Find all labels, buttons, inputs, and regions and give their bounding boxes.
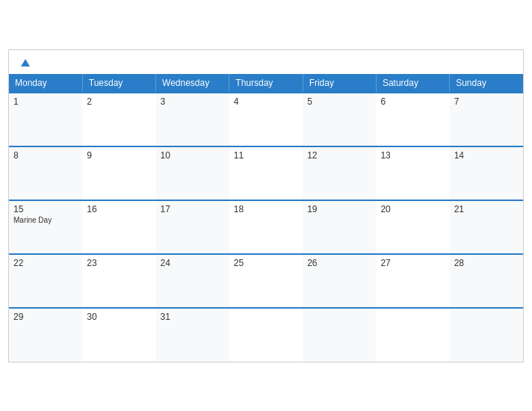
calendar-cell: 10	[156, 146, 229, 200]
day-number: 21	[454, 204, 519, 214]
calendar-cell: 9	[82, 146, 155, 200]
week-row-3: 15Marine Day161718192021	[9, 200, 523, 254]
day-number: 17	[161, 204, 225, 214]
calendar-cell: 7	[450, 93, 523, 146]
day-number: 19	[307, 204, 371, 214]
calendar-cell: 3	[156, 93, 229, 146]
calendar-cell	[376, 308, 449, 362]
calendar-cell: 17	[156, 200, 229, 254]
calendar-cell	[229, 308, 303, 362]
week-row-4: 22232425262728	[9, 254, 523, 308]
day-number: 4	[234, 96, 298, 107]
calendar-cell: 16	[82, 200, 155, 254]
day-number: 24	[161, 258, 225, 268]
day-number: 2	[87, 96, 151, 107]
week-row-1: 1234567	[9, 93, 523, 146]
day-number: 15	[13, 204, 78, 214]
calendar-cell: 2	[82, 93, 155, 146]
day-number: 8	[13, 150, 78, 161]
calendar-cell: 5	[303, 93, 376, 146]
day-number: 10	[161, 150, 225, 161]
week-row-5: 293031	[9, 308, 523, 362]
day-number: 3	[161, 96, 225, 107]
day-number: 23	[87, 258, 151, 268]
calendar-cell: 19	[303, 200, 376, 254]
weekday-header-saturday: Saturday	[376, 74, 449, 93]
day-number: 25	[234, 258, 298, 268]
calendar-cell	[450, 308, 523, 362]
day-number: 11	[234, 150, 298, 161]
day-number: 20	[380, 204, 445, 214]
calendar-cell: 12	[303, 146, 376, 200]
calendar-cell: 25	[229, 254, 303, 308]
weekday-header-row: MondayTuesdayWednesdayThursdayFridaySatu…	[9, 74, 523, 93]
calendar-cell: 24	[156, 254, 229, 308]
day-number: 26	[307, 258, 371, 268]
calendar-cell: 20	[376, 200, 449, 254]
day-number: 30	[87, 312, 151, 322]
calendar-cell: 11	[229, 146, 303, 200]
calendar-cell: 14	[450, 146, 523, 200]
logo	[19, 58, 30, 69]
day-number: 5	[307, 96, 371, 107]
weekday-header-tuesday: Tuesday	[82, 74, 155, 93]
day-number: 29	[13, 312, 78, 322]
day-number: 1	[13, 96, 78, 107]
day-number: 6	[380, 96, 445, 107]
calendar-cell	[303, 308, 376, 362]
calendar-cell: 6	[376, 93, 449, 146]
weekday-header-friday: Friday	[303, 74, 376, 93]
calendar-cell: 22	[9, 254, 82, 308]
calendar-cell: 21	[450, 200, 523, 254]
day-number: 14	[454, 150, 519, 161]
calendar-cell: 23	[82, 254, 155, 308]
logo-triangle-icon	[21, 59, 30, 67]
calendar-cell: 8	[9, 146, 82, 200]
calendar-cell: 26	[303, 254, 376, 308]
calendar-container: MondayTuesdayWednesdayThursdayFridaySatu…	[8, 49, 524, 362]
day-number: 13	[380, 150, 445, 161]
day-number: 22	[13, 258, 78, 268]
weekday-header-monday: Monday	[9, 74, 82, 93]
calendar-table: MondayTuesdayWednesdayThursdayFridaySatu…	[9, 74, 523, 362]
day-number: 9	[87, 150, 151, 161]
calendar-cell: 30	[82, 308, 155, 362]
calendar-cell: 15Marine Day	[9, 200, 82, 254]
calendar-cell: 29	[9, 308, 82, 362]
calendar-cell: 1	[9, 93, 82, 146]
weekday-header-wednesday: Wednesday	[156, 74, 229, 93]
calendar-header	[9, 50, 523, 74]
day-number: 27	[380, 258, 445, 268]
calendar-cell: 31	[156, 308, 229, 362]
weekday-header-thursday: Thursday	[229, 74, 303, 93]
weekday-header-sunday: Sunday	[450, 74, 523, 93]
calendar-cell: 4	[229, 93, 303, 146]
day-number: 16	[87, 204, 151, 214]
day-number: 28	[454, 258, 519, 268]
calendar-cell: 18	[229, 200, 303, 254]
week-row-2: 891011121314	[9, 146, 523, 200]
holiday-label: Marine Day	[13, 216, 78, 224]
logo-general-line	[19, 58, 30, 69]
day-number: 18	[234, 204, 298, 214]
day-number: 7	[454, 96, 519, 107]
calendar-cell: 28	[450, 254, 523, 308]
day-number: 31	[161, 312, 225, 322]
day-number: 12	[307, 150, 371, 161]
calendar-cell: 13	[376, 146, 449, 200]
calendar-cell: 27	[376, 254, 449, 308]
